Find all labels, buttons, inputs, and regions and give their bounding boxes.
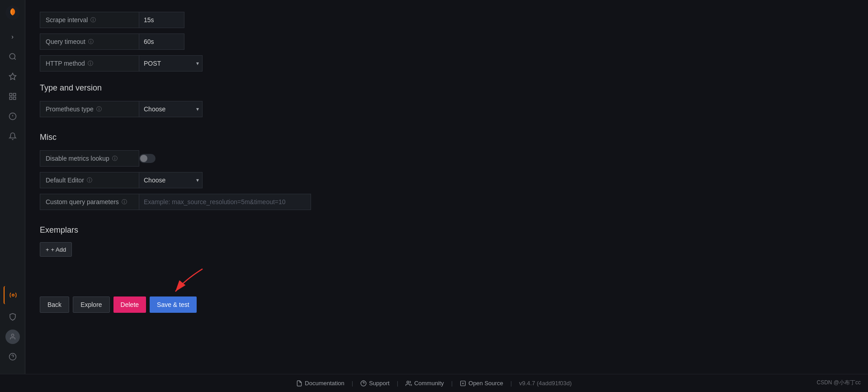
back-button[interactable]: Back [40, 296, 69, 313]
toggle-knob [140, 155, 147, 162]
delete-button[interactable]: Delete [113, 296, 146, 313]
default-editor-row: Default Editor ⓘ Choose Code Builder [40, 171, 854, 189]
footer: Documentation | Support | Community | Op… [0, 374, 868, 392]
http-method-select[interactable]: POST GET PUT [139, 55, 203, 72]
http-method-label: HTTP method ⓘ [40, 55, 139, 72]
custom-query-params-label: Custom query parameters ⓘ [40, 194, 139, 210]
version-text: v9.4.7 (4add91f03d) [519, 380, 571, 387]
disable-metrics-label: Disable metrics lookup ⓘ [40, 150, 139, 167]
svg-rect-4 [13, 93, 15, 96]
disable-metrics-toggle[interactable] [139, 154, 156, 163]
scrape-interval-label: Scrape interval ⓘ [40, 12, 139, 28]
svg-point-1 [9, 53, 15, 59]
default-editor-info-icon[interactable]: ⓘ [87, 177, 92, 184]
arrow-annotation [148, 267, 854, 294]
default-editor-select[interactable]: Choose Code Builder [139, 172, 203, 188]
custom-query-params-row: Custom query parameters ⓘ [40, 193, 854, 211]
support-icon [360, 380, 367, 387]
scrape-interval-info-icon[interactable]: ⓘ [90, 16, 96, 24]
exemplars-title: Exemplars [40, 225, 854, 235]
explore-button[interactable]: Explore [73, 296, 109, 313]
add-icon: + [46, 246, 49, 253]
grafana-logo[interactable] [5, 5, 20, 21]
prometheus-type-info-icon[interactable]: ⓘ [96, 105, 102, 113]
exemplars-section: Exemplars + + Add [40, 225, 854, 257]
sidebar-item-dashboards[interactable] [4, 87, 22, 105]
svg-point-13 [407, 381, 409, 383]
http-method-info-icon[interactable]: ⓘ [88, 60, 93, 67]
query-timeout-label: Query timeout ⓘ [40, 33, 139, 50]
custom-query-params-info-icon[interactable]: ⓘ [122, 198, 127, 206]
document-icon [296, 380, 302, 387]
svg-rect-3 [9, 93, 12, 96]
query-timeout-info-icon[interactable]: ⓘ [88, 38, 94, 46]
query-timeout-row: Query timeout ⓘ [40, 33, 854, 51]
sidebar-item-admin[interactable] [4, 308, 22, 326]
custom-query-params-input[interactable] [139, 194, 311, 210]
prometheus-type-select[interactable]: Choose Prometheus Cortex Mimir Thanos [139, 101, 203, 117]
misc-title: Misc [40, 133, 854, 142]
type-version-title: Type and version [40, 83, 854, 93]
add-exemplar-button[interactable]: + + Add [40, 242, 72, 257]
sidebar-item-alerting[interactable] [4, 127, 22, 145]
sidebar: › [0, 0, 25, 374]
support-link[interactable]: Support [360, 380, 390, 387]
misc-section: Misc Disable metrics lookup ⓘ Default Ed… [40, 133, 854, 211]
sidebar-item-explore[interactable] [4, 107, 22, 125]
scrape-interval-input[interactable] [139, 12, 184, 28]
open-source-icon [460, 380, 466, 387]
svg-point-8 [12, 294, 14, 296]
scrape-interval-row: Scrape interval ⓘ [40, 11, 854, 29]
type-version-section: Type and version Prometheus type ⓘ Choos… [40, 83, 854, 118]
watermark: CSDN @小布丁cc [816, 379, 861, 387]
sidebar-item-starred[interactable] [4, 67, 22, 86]
community-icon [406, 380, 412, 387]
prometheus-type-row: Prometheus type ⓘ Choose Prometheus Cort… [40, 100, 854, 118]
sidebar-item-search[interactable] [4, 48, 22, 66]
svg-point-9 [11, 334, 14, 336]
documentation-link[interactable]: Documentation [296, 380, 344, 387]
svg-rect-5 [9, 97, 12, 100]
sidebar-item-configuration[interactable] [4, 286, 22, 304]
svg-marker-2 [9, 73, 16, 80]
sidebar-toggle[interactable]: › [4, 28, 22, 46]
prometheus-type-label: Prometheus type ⓘ [40, 101, 139, 117]
action-buttons: Back Explore Delete Save & test [40, 296, 854, 313]
community-link[interactable]: Community [406, 380, 444, 387]
main-content: Scrape interval ⓘ Query timeout ⓘ HTTP m… [25, 0, 868, 374]
sidebar-item-help[interactable] [4, 348, 22, 366]
open-source-link[interactable]: Open Source [460, 380, 503, 387]
query-timeout-input[interactable] [139, 33, 184, 50]
svg-rect-6 [13, 97, 15, 100]
save-test-button[interactable]: Save & test [150, 296, 197, 313]
http-method-row: HTTP method ⓘ POST GET PUT [40, 54, 854, 72]
sidebar-item-profile[interactable] [5, 330, 20, 344]
default-editor-label: Default Editor ⓘ [40, 172, 139, 188]
disable-metrics-row: Disable metrics lookup ⓘ [40, 149, 854, 167]
disable-metrics-info-icon[interactable]: ⓘ [112, 155, 118, 163]
